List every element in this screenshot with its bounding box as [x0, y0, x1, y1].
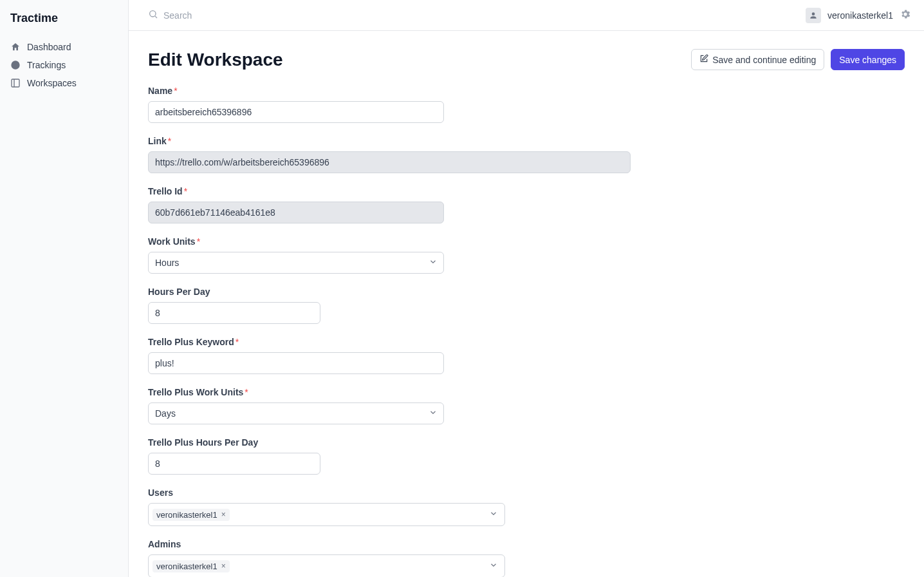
hours-per-day-input[interactable] — [148, 302, 320, 324]
page-title: Edit Workspace — [148, 50, 283, 70]
tag-label: veronikasterkel1 — [156, 510, 217, 520]
username: veronikasterkel1 — [827, 10, 893, 21]
settings-button[interactable] — [900, 8, 911, 22]
trello-plus-work-units-label: Trello Plus Work Units — [148, 387, 905, 397]
brand: Tractime — [0, 12, 128, 38]
sidebar-item-trackings[interactable]: Trackings — [0, 56, 128, 74]
link-input — [148, 151, 631, 173]
topbar: veronikasterkel1 — [129, 0, 924, 31]
svg-rect-0 — [12, 79, 19, 87]
clock-icon — [10, 60, 21, 70]
tag-label: veronikasterkel1 — [156, 562, 217, 571]
avatar[interactable] — [806, 8, 821, 23]
name-input[interactable] — [148, 101, 444, 123]
trello-plus-keyword-label: Trello Plus Keyword — [148, 337, 905, 347]
trello-plus-work-units-select[interactable]: Days — [148, 402, 444, 424]
gear-icon — [900, 8, 911, 22]
save-button[interactable]: Save changes — [831, 49, 905, 70]
sidebar: Tractime Dashboard Trackings Workspaces — [0, 0, 129, 577]
users-label: Users — [148, 487, 905, 498]
layout-icon — [10, 78, 21, 88]
admin-tag: veronikasterkel1 × — [152, 560, 230, 572]
edit-icon — [699, 54, 708, 65]
svg-point-2 — [150, 11, 156, 17]
search[interactable] — [148, 9, 806, 21]
admins-label: Admins — [148, 539, 905, 549]
trello-plus-keyword-input[interactable] — [148, 352, 444, 374]
name-label: Name — [148, 86, 905, 96]
hours-per-day-label: Hours Per Day — [148, 287, 905, 297]
sidebar-item-dashboard[interactable]: Dashboard — [0, 38, 128, 56]
sidebar-item-label: Trackings — [27, 60, 66, 70]
chevron-down-icon — [489, 509, 498, 520]
user-tag: veronikasterkel1 × — [152, 509, 230, 521]
chevron-down-icon — [489, 561, 498, 572]
svg-line-3 — [155, 16, 157, 18]
sidebar-item-label: Dashboard — [27, 42, 71, 52]
work-units-label: Work Units — [148, 236, 905, 247]
trello-plus-hours-per-day-label: Trello Plus Hours Per Day — [148, 437, 905, 448]
save-continue-button[interactable]: Save and continue editing — [691, 49, 824, 70]
sidebar-item-workspaces[interactable]: Workspaces — [0, 74, 128, 92]
search-input[interactable] — [163, 10, 356, 21]
tag-remove-icon[interactable]: × — [221, 562, 226, 570]
link-label: Link — [148, 136, 905, 146]
work-units-select[interactable]: Hours — [148, 252, 444, 274]
trello-id-input — [148, 202, 444, 223]
users-multiselect[interactable]: veronikasterkel1 × — [148, 503, 505, 526]
user-area: veronikasterkel1 — [806, 8, 911, 23]
button-label: Save and continue editing — [712, 55, 816, 65]
tag-remove-icon[interactable]: × — [221, 511, 226, 518]
admins-multiselect[interactable]: veronikasterkel1 × — [148, 554, 505, 577]
trello-plus-hours-per-day-input[interactable] — [148, 453, 320, 475]
nav: Dashboard Trackings Workspaces — [0, 38, 128, 92]
button-label: Save changes — [839, 55, 896, 65]
home-icon — [10, 42, 21, 52]
trello-id-label: Trello Id — [148, 186, 905, 196]
sidebar-item-label: Workspaces — [27, 78, 77, 88]
search-icon — [148, 9, 158, 21]
